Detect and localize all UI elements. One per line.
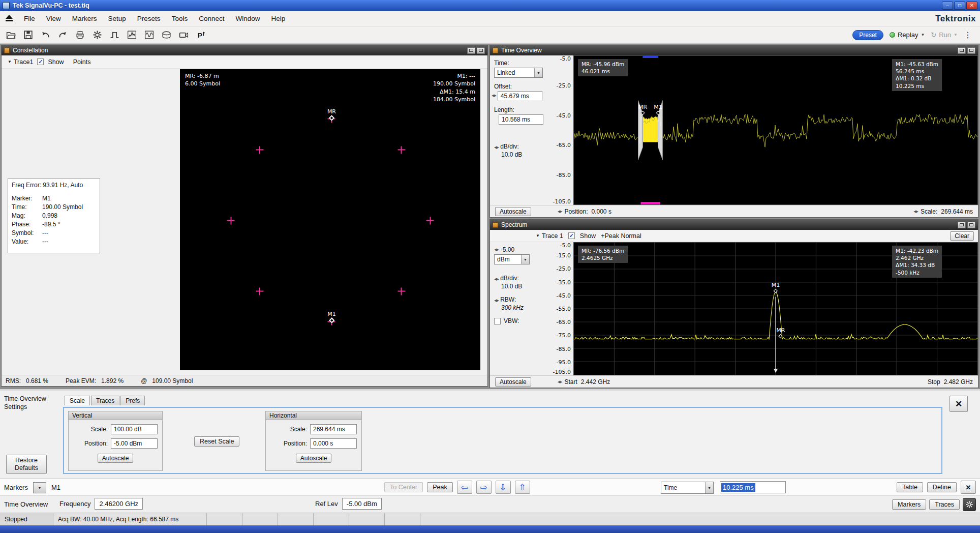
spinner-icon[interactable]: ◀▶ [494,277,499,281]
undo-button[interactable] [38,28,53,42]
constellation-header[interactable]: Constellation [2,45,487,55]
spinner-icon[interactable]: ◀▶ [558,210,562,214]
tab-prefs[interactable]: Prefs [120,396,145,405]
spinner-icon[interactable]: ◀▶ [494,248,499,252]
to-center-button[interactable]: To Center [384,482,423,492]
tab-scale[interactable]: Scale [65,396,90,405]
vertical-position-input[interactable]: -5.00 dBm [111,438,158,449]
trace-select[interactable]: ▼ Trace1 [8,58,33,66]
spectrum-button[interactable] [124,28,140,42]
rbw-value[interactable]: 300 kHz [501,304,548,311]
restore-button[interactable] [958,47,966,54]
spinner-icon[interactable]: ◀▶ [494,299,499,302]
offset-input[interactable]: 45.679 ms [498,91,542,101]
maximize-button[interactable] [967,47,975,54]
marker-right-button[interactable]: ⇨ [476,481,492,494]
marker-position-input[interactable]: 10.225 ms [720,481,786,493]
marker-mr[interactable]: MR [776,327,785,338]
marker-select[interactable]: ▼ [33,482,46,493]
maximize-button[interactable] [967,222,975,228]
horizontal-autoscale-button[interactable]: Autoscale [296,454,332,463]
marker-p-button[interactable]: P [193,28,209,42]
show-checkbox[interactable]: ✓ [37,58,44,65]
spinner-icon[interactable]: ◀▶ [494,145,499,149]
clear-button[interactable]: Clear [950,231,974,241]
redo-button[interactable] [55,28,71,42]
menu-item-tools[interactable]: Tools [166,12,194,25]
marker-m1[interactable]: M1 [654,104,662,114]
length-input[interactable]: 10.568 ms [499,114,543,125]
define-button[interactable]: Define [927,482,957,492]
position-value[interactable]: 0.000 s [592,208,611,215]
unit-select[interactable]: dBm ▼ [494,254,530,264]
disc-button[interactable] [159,28,174,42]
marker-mr[interactable]: MR [638,104,647,114]
frequency-input[interactable]: 2.46200 GHz [95,498,143,510]
menu-item-help[interactable]: Help [265,12,291,25]
camera-button[interactable] [176,28,192,42]
markers-panel-button[interactable]: Markers [892,499,926,510]
horizontal-position-input[interactable]: 0.000 s [310,438,357,449]
time-mode-select[interactable]: Linked ▼ [494,68,543,78]
preset-button[interactable]: Preset [852,30,883,40]
vertical-scale-input[interactable]: 100.00 dB [111,424,158,434]
menu-item-markers[interactable]: Markers [67,12,103,25]
titlebar[interactable]: Tek SignalVu-PC - test.tiq – □ ✕ [0,0,980,11]
trace-select[interactable]: ▼ Trace 1 [536,232,563,240]
traces-panel-button[interactable]: Traces [929,499,960,510]
peak-button[interactable]: Peak [427,482,453,492]
marker-m1[interactable]: M1 [327,311,336,322]
menu-item-setup[interactable]: Setup [103,12,132,25]
menu-item-connect[interactable]: Connect [193,12,230,25]
time-overview-header[interactable]: Time Overview [490,45,978,55]
dbdiv-value[interactable]: 10.0 dB [501,151,548,158]
spinner-icon[interactable]: ◀▶ [492,94,496,98]
restore-button[interactable] [467,47,475,54]
restore-button[interactable] [958,222,966,228]
replay-button[interactable]: Replay ▼ [890,31,925,39]
scale-value[interactable]: 269.644 ms [941,208,973,215]
eject-icon[interactable] [4,15,14,23]
menu-item-view[interactable]: View [41,12,67,25]
marker-mr[interactable]: MR [327,108,336,120]
marker-domain-select[interactable]: Time ▼ [661,482,714,494]
vbw-checkbox[interactable] [494,318,501,324]
marker-left-button[interactable]: ⇦ [457,481,472,494]
markers-close-button[interactable]: ✕ [961,481,976,494]
menu-item-file[interactable]: File [18,12,41,25]
constellation-plot[interactable]: MR: -6.87 m6.00 Symbol M1: ---190.00 Sym… [180,69,480,370]
tab-traces[interactable]: Traces [91,396,119,405]
show-checkbox[interactable]: ✓ [568,232,575,239]
maximize-button[interactable] [477,47,485,54]
pulse-button[interactable] [107,28,122,42]
dbdiv-value[interactable]: 10.0 dB [501,283,548,290]
save-button[interactable] [20,28,36,42]
marker-up-button[interactable]: ⇧ [515,481,530,494]
maximize-button[interactable]: □ [954,2,965,10]
selection-bottom-bar[interactable] [641,202,660,204]
run-button[interactable]: ↻ Run ▼ [931,31,958,39]
stop-value[interactable]: 2.482 GHz [944,378,973,386]
table-button[interactable]: Table [897,482,923,492]
selection-top-bar[interactable] [643,56,658,58]
marker-m1[interactable]: M1 [772,282,780,292]
spinner-icon[interactable]: ◀▶ [913,210,918,214]
print-button[interactable] [72,28,88,42]
restore-defaults-button[interactable]: Restore Defaults [6,455,47,474]
reset-scale-button[interactable]: Reset Scale [194,436,239,447]
time-overview-plot[interactable]: MR: -45.96 dBm46.021 ms M1: -45.63 dBm56… [573,55,978,205]
horizontal-scale-input[interactable]: 269.644 ms [310,424,357,434]
marker-down-button[interactable]: ⇩ [496,481,511,494]
autoscale-button[interactable]: Autoscale [495,377,531,387]
menu-item-presets[interactable]: Presets [132,12,166,25]
settings-gear-button[interactable] [89,28,105,42]
ref-level-value[interactable]: -5.00 [501,246,514,253]
sine-button[interactable] [141,28,157,42]
ref-lev-input[interactable]: -5.00 dBm [342,498,382,510]
autoscale-button[interactable]: Autoscale [495,207,531,216]
settings-close-button[interactable]: ✕ [950,396,968,412]
vertical-autoscale-button[interactable]: Autoscale [98,454,134,463]
spectrum-header[interactable]: Spectrum [490,220,978,230]
spinner-icon[interactable]: ◀▶ [558,380,562,384]
start-value[interactable]: 2.442 GHz [581,378,610,386]
